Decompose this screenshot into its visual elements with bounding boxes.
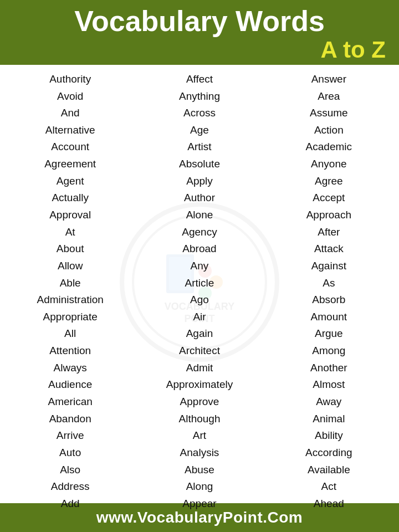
word-cell: Away [264,393,393,411]
word-cell: Agree [264,172,393,190]
word-cell: After [264,223,393,241]
word-cell: Ahead [264,495,393,512]
word-cell: American [6,393,135,411]
word-cell: Always [6,359,135,376]
word-cell: Age [135,121,264,139]
word-cell: Account [6,139,135,156]
word-cell: And [6,105,135,122]
word-cell: Academic [264,139,393,156]
word-cell: Also [6,461,135,478]
word-cell: Approach [264,207,393,224]
word-cell: Absorb [264,291,393,309]
word-cell: Alone [135,207,264,224]
word-cell: Arrive [6,427,135,444]
word-cell: Avoid [6,88,135,105]
word-cell: Apply [135,172,264,190]
word-cell: As [264,274,393,291]
word-cell: Action [264,121,393,139]
word-cell: Artist [135,139,264,156]
word-cell: Agency [135,223,264,241]
word-cell: Almost [264,376,393,393]
word-cell: Art [135,427,264,444]
word-cell: Author [135,190,264,207]
word-cell: Alternative [6,121,135,139]
word-cell: Animal [264,410,393,427]
word-cell: Affect [135,70,264,88]
word-cell: Attention [6,342,135,360]
word-cell: Agent [6,172,135,190]
word-cell: At [6,223,135,241]
word-cell: Area [264,88,393,105]
word-cell: Another [264,359,393,376]
header-title: Vocabulary Words [9,6,390,37]
word-cell: Approve [135,393,264,411]
word-cell: Any [135,257,264,274]
word-cell: Agreement [6,156,135,173]
word-cell: Argue [264,325,393,342]
word-cell: Approval [6,207,135,224]
word-cell: Anyone [264,156,393,173]
content-area: VOCABULARY POINT AuthorityAffectAnswerAv… [0,65,399,532]
word-cell: Although [135,410,264,427]
word-cell: Against [264,257,393,274]
word-cell: Abroad [135,241,264,258]
word-cell: Abandon [6,410,135,427]
word-cell: According [264,444,393,461]
word-cell: Across [135,105,264,122]
word-cell: All [6,325,135,342]
word-cell: Abuse [135,461,264,478]
word-cell: Act [264,478,393,495]
word-cell: Authority [6,70,135,88]
word-cell: Among [264,342,393,360]
page-wrapper: Vocabulary Words A to Z VOCABULARY POINT… [0,0,399,532]
words-grid: AuthorityAffectAnswerAvoidAnythingAreaAn… [0,70,399,512]
word-cell: Admit [135,359,264,376]
word-cell: Answer [264,70,393,88]
word-cell: Air [135,308,264,325]
header-subtitle: A to Z [9,37,390,63]
header: Vocabulary Words A to Z [0,0,399,65]
word-cell: About [6,241,135,258]
word-cell: Allow [6,257,135,274]
word-cell: Absolute [135,156,264,173]
word-cell: Analysis [135,444,264,461]
word-cell: Along [135,478,264,495]
word-cell: Able [6,274,135,291]
word-cell: Appropriate [6,308,135,325]
word-cell: Address [6,478,135,495]
word-cell: Ago [135,291,264,309]
word-cell: Actually [6,190,135,207]
word-cell: Again [135,325,264,342]
word-cell: Assume [264,105,393,122]
word-cell: Accept [264,190,393,207]
word-cell: Audience [6,376,135,393]
word-cell: Architect [135,342,264,360]
word-cell: Attack [264,241,393,258]
word-cell: Anything [135,88,264,105]
word-cell: Add [6,495,135,512]
word-cell: Auto [6,444,135,461]
word-cell: Approximately [135,376,264,393]
word-cell: Available [264,461,393,478]
word-cell: Administration [6,291,135,309]
word-cell: Appear [135,495,264,512]
word-cell: Ability [264,427,393,444]
word-cell: Amount [264,308,393,325]
word-cell: Article [135,274,264,291]
